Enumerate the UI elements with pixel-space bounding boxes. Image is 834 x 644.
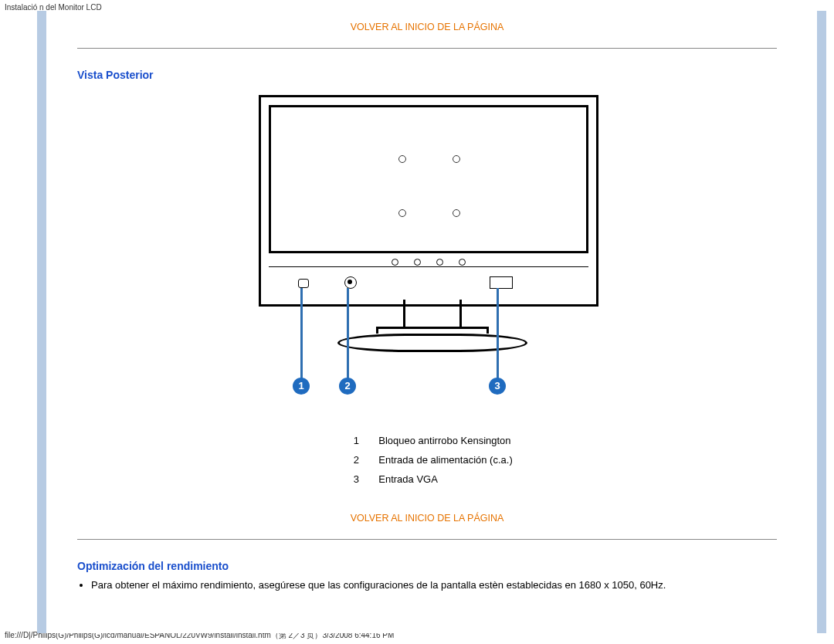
- right-decor-bar: [817, 11, 826, 633]
- connector-row-line: [269, 266, 588, 267]
- section-title-rear-view: Vista Posterior: [77, 69, 777, 81]
- left-decor-bar: [37, 11, 46, 633]
- back-to-top-link-1[interactable]: VOLVER AL INICIO DE LA PÁGINA: [351, 22, 504, 32]
- callout-marker-2: 2: [339, 378, 356, 395]
- monitor-rear-diagram: 1 2 3: [245, 90, 615, 422]
- legend-row: 2 Entrada de alimentación (c.a.): [341, 451, 518, 469]
- vesa-screw-icon: [453, 209, 460, 217]
- vesa-screw-icon: [398, 155, 406, 163]
- legend-label: Bloqueo antirrobo Kensington: [372, 432, 518, 449]
- rear-view-legend: 1 Bloqueo antirrobo Kensington 2 Entrada…: [340, 430, 520, 490]
- legend-number: 2: [341, 451, 371, 469]
- divider-2: [77, 539, 777, 540]
- panel-back: [269, 105, 588, 253]
- callout-line-2: [347, 288, 349, 381]
- vesa-screw-icon: [453, 155, 460, 163]
- divider-1: [77, 48, 777, 49]
- legend-row: 3 Entrada VGA: [341, 470, 518, 488]
- callout-marker-3: 3: [489, 378, 506, 395]
- optimization-bullet: Para obtener el máximo rendimiento, aseg…: [91, 578, 777, 593]
- stand-neck: [403, 300, 462, 327]
- kensington-lock-icon: [298, 279, 309, 288]
- callout-line-3: [497, 288, 499, 381]
- content-region: VOLVER AL INICIO DE LA PÁGINA Vista Post…: [46, 11, 814, 633]
- vesa-screw-icon: [398, 209, 406, 217]
- stand-top: [376, 327, 489, 334]
- section-title-optimization: Optimización del rendimiento: [77, 560, 777, 572]
- back-to-top-link-2[interactable]: VOLVER AL INICIO DE LA PÁGINA: [351, 513, 504, 524]
- callout-line-1: [300, 288, 303, 381]
- callout-marker-1: 1: [293, 378, 310, 395]
- monitor-outline: [259, 95, 598, 307]
- legend-label: Entrada VGA: [372, 470, 518, 488]
- legend-number: 3: [341, 470, 371, 488]
- stand-base: [337, 334, 527, 352]
- power-port-pin-icon: [348, 280, 352, 284]
- vga-port-icon: [490, 276, 513, 289]
- legend-label: Entrada de alimentación (c.a.): [372, 451, 518, 469]
- legend-number: 1: [341, 432, 371, 449]
- legend-row: 1 Bloqueo antirrobo Kensington: [341, 432, 518, 449]
